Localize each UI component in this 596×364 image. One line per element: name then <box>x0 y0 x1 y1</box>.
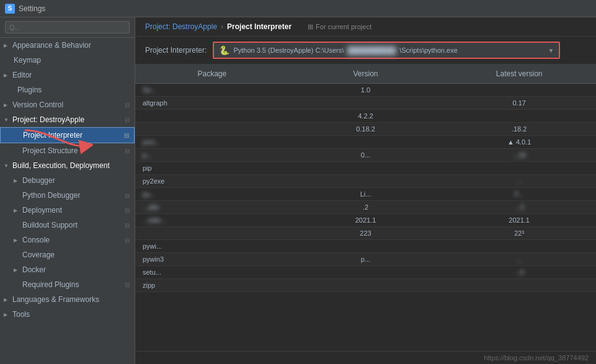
expand-icon: ▶ <box>14 178 20 184</box>
dropdown-arrow-icon: ▼ <box>548 47 554 54</box>
header-latest: Latest version <box>442 67 596 81</box>
cell-package: pywin3 <box>135 253 289 265</box>
header-version: Version <box>289 67 443 81</box>
cell-version: .2 <box>289 201 443 213</box>
table-body: Se...1.0altgraph0.174.2.20.18.2.18.2port… <box>135 84 596 351</box>
table-row: p...0......18 <box>135 149 596 162</box>
sidebar-item-docker[interactable]: ▶ Docker <box>0 262 135 277</box>
settings-icon: ⊟ <box>125 148 130 154</box>
cell-package <box>135 110 289 122</box>
settings-icon: ⊟ <box>125 237 130 244</box>
sidebar-item-label: Keymap <box>14 56 41 64</box>
breadcrumb-current: Project Interpreter <box>227 22 291 31</box>
cell-version <box>289 136 443 148</box>
expand-icon: ▶ <box>14 208 20 213</box>
sidebar-item-label: Buildout Support <box>22 221 78 229</box>
cell-latest <box>442 84 596 96</box>
sidebar-item-console[interactable]: ▶ Console ⊟ <box>0 233 135 247</box>
footer: https://blog.csdn.net/qq_38774492 <box>135 351 596 364</box>
cell-latest: ▲ 4.0.1 <box>442 136 596 148</box>
sidebar-item-label: Deployment <box>22 206 62 215</box>
table-row: py...Li...F... <box>135 188 596 201</box>
expand-icon: ▼ <box>4 163 10 169</box>
sidebar-item-appearance[interactable]: ▶ Appearance & Behavior <box>0 38 135 53</box>
sidebar-item-project-destroyapple[interactable]: ▼ Project: DestroyApple ⊟ <box>0 112 135 127</box>
cell-version <box>289 266 443 278</box>
cell-package: setu... <box>135 266 289 278</box>
cell-version: 0.18.2 <box>289 123 443 135</box>
cell-version: p... <box>289 253 443 265</box>
sidebar-item-project-interpreter[interactable]: Project Interpreter ⊟ <box>0 127 135 143</box>
title-bar: S Settings <box>0 0 596 17</box>
breadcrumb-separator: › <box>221 22 223 31</box>
cell-version <box>289 162 443 174</box>
cell-package <box>135 227 289 239</box>
sidebar-item-coverage[interactable]: Coverage <box>0 247 135 262</box>
sidebar-item-version-control[interactable]: ▶ Version Control ⊟ <box>0 97 135 112</box>
cell-package: py2exe <box>135 175 289 187</box>
search-box <box>0 17 135 38</box>
sidebar-item-languages-frameworks[interactable]: ▶ Languages & Frameworks <box>0 292 135 307</box>
sidebar-item-label: Tools <box>12 310 30 319</box>
table-row: pywi... <box>135 240 596 253</box>
cell-version: 2021.1 <box>289 214 443 226</box>
expand-icon: ▶ <box>4 73 10 78</box>
sidebar-item-label: Project Structure <box>22 146 78 155</box>
settings-icon: ⊟ <box>125 192 130 199</box>
table-row: ...talle...2021.12021.1 <box>135 214 596 227</box>
cell-latest: 0.17 <box>442 97 596 109</box>
cell-version: 0... <box>289 149 443 161</box>
sidebar-item-plugins[interactable]: Plugins <box>0 82 135 97</box>
settings-icon: ⊟ <box>125 222 130 229</box>
python-icon: 🐍 <box>219 45 229 55</box>
cell-version: 1.0 <box>289 84 443 96</box>
sidebar-item-label: Console <box>22 236 50 244</box>
sidebar-item-label: Coverage <box>22 251 55 259</box>
sidebar-item-deployment[interactable]: ▶ Deployment ⊟ <box>0 203 135 218</box>
table-row: pip <box>135 162 596 175</box>
interpreter-dropdown[interactable]: 🐍 Python 3.5 (DestroyApple) C:\Users\ ██… <box>213 42 560 59</box>
sidebar-item-required-plugins[interactable]: Required Plugins ⊟ <box>0 277 135 292</box>
cell-version <box>289 97 443 109</box>
table-row: ...alle.2...3 <box>135 201 596 214</box>
cell-latest <box>442 279 596 291</box>
table-header: Package Version Latest version <box>135 64 596 84</box>
sidebar-item-debugger[interactable]: ▶ Debugger <box>0 173 135 188</box>
cell-package: port... <box>135 136 289 148</box>
window-title: Settings <box>19 4 45 13</box>
table-row: 4.2.2 <box>135 110 596 123</box>
breadcrumb-project[interactable]: Project: DestroyApple <box>145 22 217 31</box>
interpreter-row: Project Interpreter: 🐍 Python 3.5 (Destr… <box>135 37 596 64</box>
expand-icon: ▶ <box>4 297 10 303</box>
cell-latest: F... <box>442 188 596 200</box>
interpreter-label: Project Interpreter: <box>145 46 207 55</box>
sidebar-item-keymap[interactable]: Keymap <box>0 53 135 68</box>
cell-latest: 22³ <box>442 227 596 239</box>
sidebar-item-buildout-support[interactable]: Buildout Support ⊟ <box>0 218 135 233</box>
breadcrumb-meta: ⊞ For current project <box>308 23 371 31</box>
search-input[interactable] <box>5 21 130 33</box>
cell-package: p... <box>135 149 289 161</box>
sidebar-item-label: Debugger <box>22 176 55 185</box>
meta-text: For current project <box>316 23 371 30</box>
cell-latest: ... <box>442 175 596 187</box>
sidebar-item-project-structure[interactable]: Project Structure ⊟ <box>0 143 135 158</box>
sidebar-item-python-debugger[interactable]: Python Debugger ⊟ <box>0 188 135 203</box>
table-row: Se...1.0 <box>135 84 596 97</box>
sidebar-item-tools[interactable]: ▶ Tools <box>0 307 135 322</box>
sidebar-item-label: Docker <box>22 265 46 274</box>
table-row: 0.18.2.18.2 <box>135 123 596 136</box>
cell-latest: .18.2 <box>442 123 596 135</box>
cell-package: pip <box>135 162 289 174</box>
packages-area: Package Version Latest version Se...1.0a… <box>135 64 596 351</box>
sidebar-item-editor[interactable]: ▶ Editor <box>0 68 135 82</box>
sidebar-item-label: Appearance & Behavior <box>12 41 91 50</box>
sidebar-item-build-execution[interactable]: ▼ Build, Execution, Deployment <box>0 158 135 173</box>
table-row: altgraph0.17 <box>135 97 596 110</box>
cell-latest: 2021.1 <box>442 214 596 226</box>
cell-package: Se... <box>135 84 289 96</box>
cell-version <box>289 279 443 291</box>
header-package: Package <box>135 67 289 81</box>
sidebar-item-label: Python Debugger <box>22 191 80 200</box>
cell-latest <box>442 162 596 174</box>
